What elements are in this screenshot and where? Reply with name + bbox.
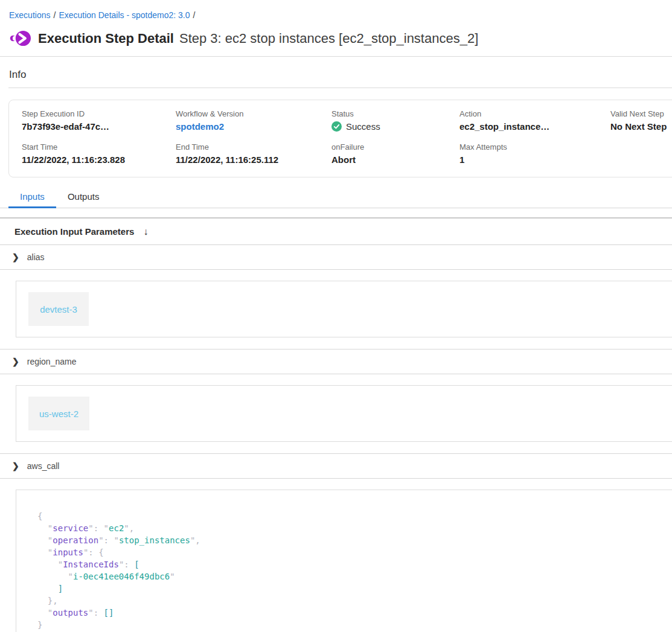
param-content: devtest-3	[0, 270, 672, 349]
info-card: Step Execution ID7b73f93e-edaf-47c…Workf…	[8, 100, 672, 177]
info-heading: Info	[9, 69, 672, 81]
breadcrumb-separator: /	[193, 10, 196, 20]
info-field: End Time11/22/2022, 11:16:25.112	[176, 142, 331, 165]
field-label: End Time	[176, 142, 331, 152]
breadcrumb-link-executions[interactable]: Executions	[9, 10, 50, 20]
field-value: 1	[459, 155, 610, 165]
info-field: Workflow & Versionspotdemo2	[176, 109, 331, 132]
param-name: aws_call	[27, 461, 60, 471]
divider	[8, 88, 672, 88]
page-title-main: Execution Step Detail	[38, 31, 174, 46]
section-title: Execution Input Parameters	[14, 226, 134, 237]
param-value-chip: devtest-3	[28, 292, 89, 326]
tab-bar: Inputs Outputs	[0, 186, 672, 208]
param-row-region_name[interactable]: ❯region_name	[0, 350, 672, 374]
execution-step-detail-page: Executions/Execution Details - spotdemo2…	[0, 0, 672, 632]
field-value: 7b73f93e-edaf-47c…	[22, 121, 176, 132]
field-label: onFailure	[331, 142, 459, 152]
field-label: Step Execution ID	[22, 109, 176, 118]
field-value: 11/22/2022, 11:16:23.828	[22, 155, 176, 165]
field-label: Max Attempts	[459, 142, 610, 152]
param-row-alias[interactable]: ❯alias	[0, 245, 672, 270]
chevron-right-icon: ❯	[12, 461, 19, 471]
info-field: Actionec2_stop_instance…	[459, 109, 610, 132]
field-value: Abort	[331, 155, 459, 165]
param-content: us-west-2	[0, 374, 672, 453]
param-section-region_name: ❯region_nameus-west-2	[0, 350, 672, 454]
field-label: Status	[331, 109, 459, 118]
param-name: alias	[27, 252, 45, 262]
info-field: Step Execution ID7b73f93e-edaf-47c…	[22, 109, 176, 132]
breadcrumb: Executions/Execution Details - spotdemo2…	[0, 0, 672, 21]
divider	[0, 56, 672, 57]
info-field: StatusSuccess	[331, 109, 459, 132]
chevron-right-icon: ❯	[12, 357, 19, 366]
status-badge: Success	[331, 121, 459, 132]
parameters-list: ❯aliasdevtest-3❯region_nameus-west-2❯aws…	[0, 245, 672, 632]
code-line: "operation": "stop_instances",	[37, 534, 667, 546]
chevron-right-icon: ❯	[12, 252, 19, 262]
field-value: No Next Step	[610, 121, 672, 132]
sort-descending-icon[interactable]: ↓	[143, 226, 148, 237]
info-field: Valid Next StepNo Next Step	[610, 109, 672, 132]
field-label: Start Time	[22, 142, 176, 152]
field-value: ec2_stop_instance…	[459, 121, 610, 132]
code-block: { "service": "ec2", "operation": "stop_i…	[16, 490, 672, 632]
tab-inputs[interactable]: Inputs	[8, 186, 56, 208]
info-field: onFailureAbort	[331, 142, 459, 165]
status-text: Success	[346, 121, 380, 132]
code-line: "service": "ec2",	[37, 522, 667, 534]
field-label: Workflow & Version	[176, 109, 331, 118]
breadcrumb-link-execution-details[interactable]: Execution Details - spotdemo2: 3.0	[59, 10, 190, 20]
param-value-chip: us-west-2	[28, 397, 89, 430]
tab-outputs[interactable]: Outputs	[56, 186, 111, 208]
param-name: region_name	[27, 357, 77, 366]
param-section-alias: ❯aliasdevtest-3	[0, 245, 672, 350]
code-line: {	[37, 510, 667, 522]
page-title-sub: Step 3: ec2 stop instances [ec2_stop_ins…	[179, 31, 478, 46]
field-label: Valid Next Step	[610, 109, 672, 118]
code-line: "inputs": {	[37, 546, 667, 558]
param-section-aws_call: ❯aws_call{ "service": "ec2", "operation"…	[0, 454, 672, 632]
code-line: }	[37, 619, 667, 631]
code-line: ]	[37, 583, 667, 595]
code-line: },	[37, 595, 667, 607]
field-label: Action	[459, 109, 610, 118]
success-check-icon	[331, 121, 342, 132]
workflow-link[interactable]: spotdemo2	[176, 121, 331, 132]
code-line: "outputs": []	[37, 607, 667, 619]
workflow-logo-icon	[10, 29, 31, 48]
page-title: Execution Step DetailStep 3: ec2 stop in…	[38, 30, 478, 48]
execution-input-parameters-header[interactable]: Execution Input Parameters ↓	[0, 219, 672, 245]
code-line: "InstanceIds": [	[37, 558, 667, 570]
param-row-aws_call[interactable]: ❯aws_call	[0, 454, 672, 479]
code-line: "i-0ec41ee046f49dbc6"	[37, 570, 667, 583]
breadcrumb-separator: /	[53, 10, 56, 20]
info-field: Max Attempts1	[459, 142, 610, 165]
field-value: 11/22/2022, 11:16:25.112	[176, 155, 331, 165]
page-title-bar: Execution Step DetailStep 3: ec2 stop in…	[10, 29, 672, 48]
param-value-box: devtest-3	[16, 281, 672, 337]
info-field: Start Time11/22/2022, 11:16:23.828	[22, 142, 176, 165]
param-content: { "service": "ec2", "operation": "stop_i…	[0, 479, 672, 632]
param-value-box: us-west-2	[16, 385, 672, 442]
